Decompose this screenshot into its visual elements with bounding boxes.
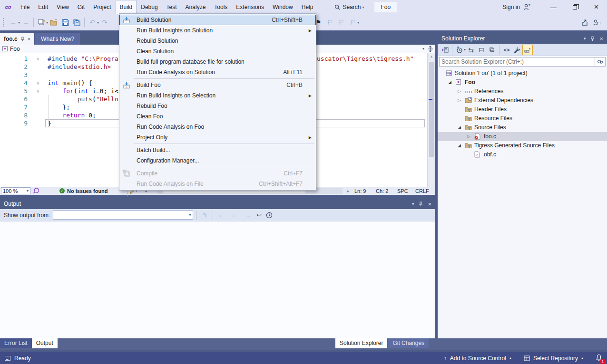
undo-button[interactable]: ↶: [87, 17, 98, 28]
pin-icon[interactable]: [590, 36, 595, 41]
menuitem-build-full-program-database-file-for-solution[interactable]: Build full program database file for sol…: [119, 57, 316, 67]
hscroll-right-icon[interactable]: ▸: [343, 185, 354, 197]
close-panel-icon[interactable]: ×: [428, 201, 431, 208]
feedback-bubble-icon[interactable]: [5, 356, 10, 361]
tree-item-obf-c[interactable]: cobf.c: [438, 150, 607, 159]
tree-item-external-dependencies[interactable]: ▷External Dependencies: [438, 96, 607, 105]
menu-git[interactable]: Git: [73, 0, 89, 14]
menu-debug[interactable]: Debug: [137, 0, 162, 14]
breadcrumb-project[interactable]: Foo: [10, 46, 20, 52]
menuitem-clean-solution[interactable]: Clean Solution: [119, 46, 316, 57]
menuitem-rebuild-foo[interactable]: Rebuild Foo: [119, 101, 316, 111]
navbar-dropdown-icon[interactable]: ▾: [422, 47, 424, 51]
tree-item-foo-c[interactable]: ▷foo.c: [438, 132, 607, 141]
expanded-icon[interactable]: ◢: [448, 78, 451, 87]
select-repository-button[interactable]: Select Repository ▴: [524, 355, 583, 362]
menu-edit[interactable]: Edit: [34, 0, 52, 14]
menu-project[interactable]: Project: [89, 0, 115, 14]
menu-file[interactable]: File: [16, 0, 34, 14]
menu-tools[interactable]: Tools: [210, 0, 232, 14]
new-project-button[interactable]: [36, 17, 47, 28]
search-solution-explorer-input[interactable]: [439, 57, 595, 67]
tab-foo-c[interactable]: foo.c ×: [0, 33, 34, 45]
issues-indicator[interactable]: ✓ No issues found: [59, 188, 108, 194]
minimize-button[interactable]: —: [543, 0, 564, 14]
menu-extensions[interactable]: Extensions: [232, 0, 268, 14]
menu-build[interactable]: Build: [116, 0, 137, 14]
menu-item-foo[interactable]: Foo: [374, 2, 397, 12]
search-options-icon[interactable]: ▾: [601, 60, 603, 64]
show-all-files-icon[interactable]: ⧉: [487, 45, 497, 55]
menuitem-batch-build[interactable]: Batch Build...: [119, 145, 316, 155]
tree-item-solution-foo-1-of-1-project[interactable]: Solution 'Foo' (1 of 1 project): [438, 69, 607, 78]
menu-window[interactable]: Window: [268, 0, 297, 14]
expanded-icon[interactable]: ◢: [458, 123, 461, 132]
collapsed-icon[interactable]: ▷: [458, 87, 461, 96]
add-to-source-control-button[interactable]: ↑ Add to Source Control ▴: [444, 355, 511, 362]
fold-collapse-icon[interactable]: ∨: [37, 79, 39, 87]
preview-selected-items-icon[interactable]: [522, 45, 533, 55]
menuitem-clean-foo[interactable]: Clean Foo: [119, 111, 316, 122]
tree-item-references[interactable]: ▷References: [438, 87, 607, 96]
collapsed-icon[interactable]: ▷: [458, 96, 461, 105]
collapse-all-icon[interactable]: ⊟: [476, 45, 487, 55]
pin-icon[interactable]: [20, 37, 25, 41]
sign-in-button[interactable]: Sign in: [502, 4, 530, 10]
menu-view[interactable]: View: [52, 0, 73, 14]
menu-test[interactable]: Test: [162, 0, 181, 14]
timestamp-icon[interactable]: [264, 211, 274, 220]
save-all-button[interactable]: [71, 17, 82, 28]
output-panel-header[interactable]: Output ▾ ×: [0, 199, 435, 209]
window-position-icon[interactable]: ▾: [584, 36, 586, 41]
next-bookmark-button[interactable]: ⚐: [335, 17, 347, 28]
switch-views-icon[interactable]: [440, 45, 450, 55]
prev-bookmark-button[interactable]: ⚐: [324, 17, 335, 28]
pin-icon[interactable]: [419, 201, 423, 207]
menuitem-run-code-analysis-on-solution[interactable]: Run Code Analysis on SolutionAlt+F11: [119, 67, 316, 77]
menuitem-build-foo[interactable]: Build FooCtrl+B: [119, 80, 316, 90]
menuitem-run-code-analysis-on-file[interactable]: Run Code Analysis on FileCtrl+Shift+Alt+…: [119, 179, 316, 189]
collapsed-icon[interactable]: ▷: [467, 132, 470, 141]
goto-source-icon[interactable]: ↰: [199, 211, 210, 220]
fold-collapse-icon[interactable]: ∨: [37, 87, 39, 96]
tab-error-list[interactable]: Error List: [0, 338, 32, 348]
output-source-combobox[interactable]: ▾: [53, 211, 193, 220]
menuitem-run-code-analysis-on-foo[interactable]: Run Code Analysis on Foo: [119, 122, 316, 132]
menu-help[interactable]: Help: [297, 0, 318, 14]
editor-vertical-scrollbar[interactable]: ▴: [427, 53, 435, 187]
restore-button[interactable]: [564, 0, 586, 14]
menuitem-project-only[interactable]: Project Only▶: [119, 132, 316, 143]
send-feedback-icon[interactable]: [591, 17, 602, 28]
search-go-button[interactable]: ▾: [595, 57, 606, 67]
close-button[interactable]: ×: [586, 0, 607, 14]
navigate-forward-button[interactable]: →: [20, 17, 31, 28]
prev-message-icon[interactable]: ←: [216, 211, 226, 220]
search-control[interactable]: Search ▾: [331, 2, 368, 12]
save-button[interactable]: [59, 17, 71, 28]
zoom-combobox[interactable]: 100 % ▾: [1, 187, 30, 194]
tree-item-source-files[interactable]: ◢Source Files: [438, 123, 607, 132]
tab-close-icon[interactable]: ×: [28, 36, 30, 42]
window-position-icon[interactable]: ▾: [412, 201, 414, 206]
menu-analyze[interactable]: Analyze: [181, 0, 210, 14]
scroll-up-icon[interactable]: ▴: [428, 53, 435, 60]
fold-collapse-icon[interactable]: ∨: [37, 55, 39, 63]
scrollbar-thumb[interactable]: [429, 62, 434, 157]
menuitem-configuration-manager[interactable]: Configuration Manager...: [119, 155, 316, 166]
menuitem-compile[interactable]: CompileCtrl+F7: [119, 168, 316, 179]
split-window-control[interactable]: [427, 46, 433, 52]
tree-item-resource-files[interactable]: Resource Files: [438, 114, 607, 123]
toolbar-grip[interactable]: [3, 18, 6, 27]
tab-whats-new[interactable]: What's New?: [35, 33, 80, 45]
tab-git-changes[interactable]: Git Changes: [388, 338, 429, 348]
tree-item-header-files[interactable]: Header Files: [438, 105, 607, 114]
tree-item-tigress-generated-source-files[interactable]: ◢Tigress Generated Source Files: [438, 141, 607, 150]
notifications-bell-icon[interactable]: 1: [596, 354, 602, 363]
solution-explorer-header[interactable]: Solution Explorer ▾ ×: [438, 33, 607, 44]
tree-item-foo[interactable]: ◢Foo: [438, 78, 607, 87]
open-file-button[interactable]: [48, 17, 59, 28]
expanded-icon[interactable]: ◢: [458, 141, 461, 150]
tab-solution-explorer[interactable]: Solution Explorer: [335, 338, 387, 348]
health-indicator-icon[interactable]: [33, 188, 39, 194]
properties-icon[interactable]: [512, 45, 522, 55]
